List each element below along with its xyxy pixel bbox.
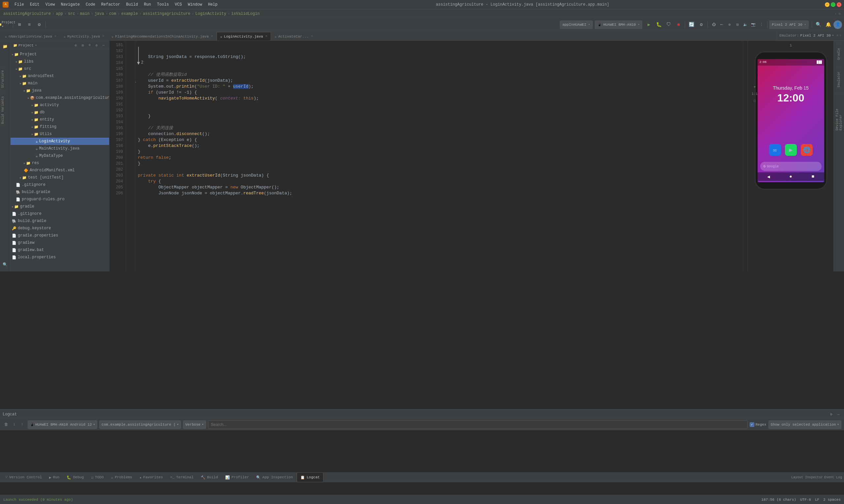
- emulator-home[interactable]: ⊙: [726, 21, 733, 28]
- debug-tab[interactable]: 🐛 Debug: [63, 472, 87, 482]
- menu-view[interactable]: View: [43, 2, 58, 7]
- code-line-204[interactable]: try {: [138, 179, 740, 184]
- tree-item-Project[interactable]: ▶📁Project: [11, 51, 109, 58]
- problems-tab[interactable]: ⚠ Problems: [108, 472, 136, 482]
- run-button[interactable]: ▶: [644, 20, 653, 29]
- minimize-button[interactable]: −: [825, 2, 829, 7]
- favorites-tab[interactable]: ★ Favorites: [136, 472, 166, 482]
- tree-item-main[interactable]: ▶📁main: [11, 80, 109, 87]
- emulator-screenshot-btn[interactable]: □: [751, 97, 758, 104]
- bc-method[interactable]: isValidLogin: [231, 12, 259, 16]
- profiler-tab[interactable]: 📊 Profiler: [222, 472, 252, 482]
- tab-close-0[interactable]: ×: [54, 35, 56, 38]
- bc-com[interactable]: com: [109, 12, 116, 16]
- device-selector[interactable]: 📱 HUAWEI BMH-AN10 ▾: [595, 20, 642, 29]
- project-gear-icon[interactable]: ⚙: [93, 42, 100, 49]
- code-line-188[interactable]: System.out.println("User ID: " + userId)…: [138, 84, 740, 90]
- emulator-screenshot[interactable]: 📷: [750, 21, 757, 28]
- bc-pkg[interactable]: assistingagriculture: [143, 12, 190, 16]
- bc-project[interactable]: assistingAgriculture: [3, 12, 51, 16]
- debug-button[interactable]: 🐛: [654, 20, 663, 29]
- menu-refactor[interactable]: Refactor: [99, 2, 123, 7]
- project-settings-icon[interactable]: ⚙: [73, 42, 79, 49]
- code-line-193[interactable]: }: [138, 113, 740, 119]
- code-line-184[interactable]: [138, 60, 740, 66]
- code-line-203[interactable]: private static int extractUserId(String …: [138, 173, 740, 179]
- bc-src[interactable]: src: [68, 12, 75, 16]
- code-line-202[interactable]: [138, 167, 740, 173]
- emulator-vol-down[interactable]: 🔈: [742, 21, 749, 28]
- settings-btn[interactable]: ⚙: [696, 20, 706, 29]
- project-dropdown[interactable]: 📁 Project ▾: [2, 20, 11, 29]
- coverage-button[interactable]: ⛉: [664, 20, 673, 29]
- tree-item-androidTest[interactable]: ▶📁androidTest: [11, 72, 109, 80]
- app-inspection-tab[interactable]: 🔍 App Inspection: [253, 472, 296, 482]
- menu-bar[interactable]: File Edit View Navigate Code Refactor Bu…: [12, 2, 220, 7]
- bc-class[interactable]: LoginActivity: [195, 12, 226, 16]
- tab-activatecar[interactable]: ☕ ActivateCar... ×: [271, 32, 316, 40]
- code-line-194[interactable]: [138, 119, 740, 125]
- code-content[interactable]: String jsonData = response.toString(); /…: [135, 41, 743, 271]
- structure-toggle[interactable]: 🔍: [1, 260, 10, 269]
- code-line-191[interactable]: [138, 102, 740, 107]
- tree-item-entity[interactable]: ▶📁entity: [11, 116, 109, 123]
- gradle-sync[interactable]: 🔄: [687, 20, 696, 29]
- build-tab[interactable]: 🔨 Build: [197, 472, 221, 482]
- tree-item-src[interactable]: ▶📁src: [11, 65, 109, 72]
- layout-inspector-btn[interactable]: Layout Inspector: [791, 476, 823, 479]
- tab-close-3[interactable]: ×: [265, 35, 268, 38]
- tree-item-gradle-properties[interactable]: 📄gradle.properties: [11, 232, 109, 239]
- code-line-200[interactable]: return false;: [138, 155, 740, 161]
- tree-item-java[interactable]: ▶📁java: [11, 87, 109, 94]
- emulator-power[interactable]: ⏻: [710, 21, 718, 28]
- tree-item-MyDataType[interactable]: ☕MyDataType: [11, 152, 109, 159]
- logcat-minimize-icon[interactable]: —: [836, 411, 841, 417]
- logcat-package-dropdown[interactable]: com.example.assistingAgriculture ( ▾: [99, 420, 181, 429]
- user-avatar[interactable]: 👤: [833, 20, 842, 29]
- maximize-button[interactable]: □: [831, 2, 836, 7]
- project-expand-icon[interactable]: ⊞: [80, 42, 86, 49]
- build-variants-vtab[interactable]: Build Variants: [0, 93, 5, 126]
- bc-main[interactable]: main: [80, 12, 90, 16]
- tree-item-db[interactable]: ▶📁db: [11, 109, 109, 116]
- emulator-recent[interactable]: ⊡: [734, 21, 741, 28]
- structure-vtab[interactable]: Structure: [0, 66, 5, 92]
- code-line-185[interactable]: [138, 66, 740, 72]
- menu-help[interactable]: Help: [205, 2, 220, 7]
- tb-btn-gear[interactable]: ⚙: [35, 20, 44, 29]
- notifications[interactable]: 🔔: [824, 20, 833, 29]
- tree-item-com-example-assistingagriculture[interactable]: ▶📦com.example.assistingagriculture: [11, 94, 109, 102]
- tree-item-fitting[interactable]: ▶📁fitting: [11, 123, 109, 130]
- menu-code[interactable]: Code: [83, 2, 98, 7]
- tab-close-4[interactable]: ×: [311, 35, 313, 38]
- code-line-206[interactable]: JsonNode jsonNode = objectMapper.readTre…: [138, 191, 740, 196]
- tree-item-Utils[interactable]: ▶📁Utils: [11, 130, 109, 138]
- tree-item--gitignore[interactable]: 📄.gitignore: [11, 210, 109, 217]
- tree-item-debug-keystore[interactable]: 🔑debug.keystore: [11, 224, 109, 232]
- code-line-183[interactable]: String jsonData = response.toString();: [138, 54, 740, 60]
- tree-item-MainActivity-java[interactable]: ☕MainActivity.java: [11, 145, 109, 152]
- emulator-api-selector[interactable]: Pixel 2 API 30 ▾: [769, 20, 809, 29]
- code-editor[interactable]: 1811821831841851861871881891901911921931…: [109, 41, 748, 271]
- search-everywhere[interactable]: 🔍: [814, 20, 823, 29]
- run-tab[interactable]: ▶ Run: [46, 472, 63, 482]
- bc-action-icon[interactable]: ⚡: [835, 12, 837, 16]
- logcat-clear-btn[interactable]: 🗑: [3, 421, 10, 428]
- code-line-186[interactable]: // 使用函数提取id: [138, 72, 740, 78]
- tree-item-local-properties[interactable]: 📄local.properties: [11, 254, 109, 261]
- code-line-182[interactable]: [138, 48, 740, 54]
- menu-edit[interactable]: Edit: [28, 2, 42, 7]
- menu-build[interactable]: Build: [123, 2, 140, 7]
- gradle-tab[interactable]: Gradle: [837, 42, 841, 65]
- tab-nnavigationview[interactable]: ☕ nNavigationView.java ×: [1, 32, 60, 40]
- todo-tab[interactable]: ☑ TODO: [88, 472, 107, 482]
- event-log-btn[interactable]: Event Log: [824, 476, 842, 479]
- code-line-205[interactable]: ObjectMapper objectMapper = new ObjectMa…: [138, 184, 740, 191]
- logcat-verbose-dropdown[interactable]: Verbose ▾: [183, 420, 206, 429]
- code-line-195[interactable]: // 关闭连接: [138, 125, 740, 131]
- tree-item-build-gradle[interactable]: 🐘build.gradle: [11, 217, 109, 224]
- logcat-up-btn[interactable]: ↑: [18, 421, 26, 428]
- run-config[interactable]: appInHUAWEI ▾: [560, 20, 593, 29]
- emulator-settings[interactable]: ⚙: [837, 34, 838, 37]
- tree-item-proguard-rules-pro[interactable]: 📄proguard-rules.pro: [11, 196, 109, 203]
